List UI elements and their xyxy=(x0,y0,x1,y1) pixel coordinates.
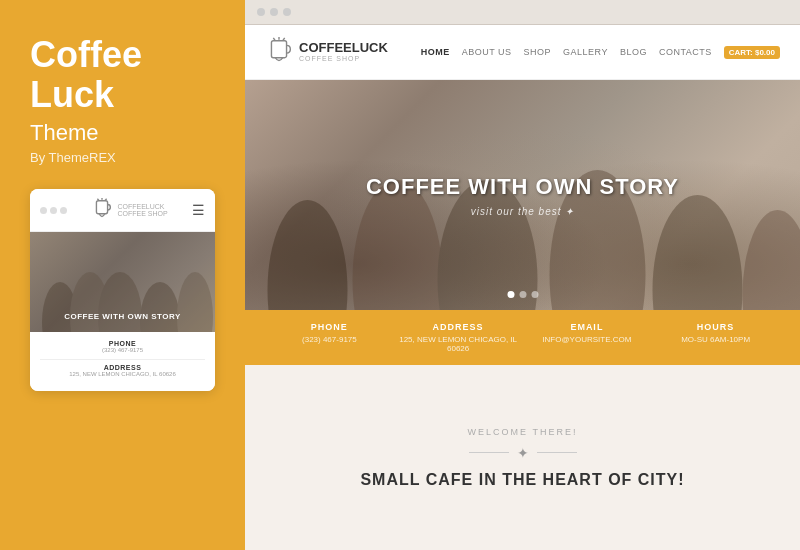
theme-title: Coffee Luck xyxy=(30,35,142,114)
mobile-dot-1 xyxy=(40,207,47,214)
hero-dots xyxy=(507,291,538,298)
hero-title: COFFEE WITH OWN STORY xyxy=(366,174,679,200)
svg-rect-9 xyxy=(271,41,286,58)
desktop-hero: COFFEE WITH OWN STORY visit our the best… xyxy=(245,80,800,310)
desktop-logo-icon xyxy=(265,35,293,69)
mobile-info-phone: PHONE (323) 467-9175 xyxy=(40,340,205,353)
mobile-top-bar: COFFEELUCK COFFEE SHOP ☰ xyxy=(30,189,215,232)
left-panel: Coffee Luck Theme By ThemeREX xyxy=(0,0,245,550)
theme-subtitle: Theme xyxy=(30,120,98,146)
browser-dot-2 xyxy=(270,8,278,16)
hero-content: COFFEE WITH OWN STORY visit our the best… xyxy=(366,174,679,217)
desktop-logo: COFFEELUCK COFFEE SHOP xyxy=(265,35,388,69)
svg-point-18 xyxy=(743,210,801,310)
nav-link-gallery[interactable]: GALLERY xyxy=(563,47,608,57)
svg-point-13 xyxy=(268,200,348,310)
divider-line-left xyxy=(469,452,509,453)
welcome-divider: ✦ xyxy=(469,445,577,461)
info-bar-email: EMAIL INFO@YOURSITE.COM xyxy=(523,322,652,353)
bottom-title: SMALL CAFE IN THE HEART OF CITY! xyxy=(360,471,684,489)
mobile-info-section: PHONE (323) 467-9175 ADDRESS 125, NEW LE… xyxy=(30,332,215,391)
nav-link-blog[interactable]: BLOG xyxy=(620,47,647,57)
info-bar-phone: PHONE (323) 467-9175 xyxy=(265,322,394,353)
bottom-content: WELCOME THERE! ✦ SMALL CAFE IN THE HEART… xyxy=(245,365,800,550)
info-bar: PHONE (323) 467-9175 ADDRESS 125, NEW LE… xyxy=(245,310,800,365)
hero-dot-1[interactable] xyxy=(507,291,514,298)
mobile-preview: COFFEELUCK COFFEE SHOP ☰ COFFEE WITH OWN… xyxy=(30,189,215,391)
title-line2: Luck xyxy=(30,74,114,115)
divider-icon: ✦ xyxy=(517,445,529,461)
mobile-traffic-lights xyxy=(40,207,67,214)
mobile-hamburger-icon[interactable]: ☰ xyxy=(192,202,205,218)
welcome-label: WELCOME THERE! xyxy=(468,427,578,437)
desktop-preview: COFFEELUCK COFFEE SHOP HOME ABOUT US SHO… xyxy=(245,25,800,550)
mobile-divider xyxy=(40,359,205,360)
svg-point-7 xyxy=(140,282,180,332)
desktop-logo-text: COFFEELUCK COFFEE SHOP xyxy=(299,41,388,63)
info-bar-address: ADDRESS 125, NEW LEMON CHICAGO, IL 60626 xyxy=(394,322,523,353)
desktop-nav-links: HOME ABOUT US SHOP GALLERY BLOG CONTACTS… xyxy=(421,46,780,59)
browser-chrome xyxy=(245,0,800,25)
divider-line-right xyxy=(537,452,577,453)
mobile-hero-text: COFFEE WITH OWN STORY xyxy=(64,312,181,322)
mobile-logo-icon xyxy=(91,197,113,223)
title-line1: Coffee xyxy=(30,34,142,75)
mobile-dot-3 xyxy=(60,207,67,214)
nav-link-about[interactable]: ABOUT US xyxy=(462,47,512,57)
mobile-hero: COFFEE WITH OWN STORY xyxy=(30,232,215,332)
hero-dot-2[interactable] xyxy=(519,291,526,298)
svg-rect-0 xyxy=(97,201,108,214)
theme-by: By ThemeREX xyxy=(30,150,116,165)
mobile-dot-2 xyxy=(50,207,57,214)
hero-dot-3[interactable] xyxy=(531,291,538,298)
nav-link-shop[interactable]: SHOP xyxy=(524,47,552,57)
mobile-logo-text: COFFEELUCK COFFEE SHOP xyxy=(117,203,167,218)
nav-link-contacts[interactable]: CONTACTS xyxy=(659,47,712,57)
info-bar-hours: HOURS MO-SU 6AM-10PM xyxy=(651,322,780,353)
mobile-logo: COFFEELUCK COFFEE SHOP xyxy=(91,197,167,223)
desktop-nav: COFFEELUCK COFFEE SHOP HOME ABOUT US SHO… xyxy=(245,25,800,80)
mobile-info-address: ADDRESS 125, NEW LEMON CHICAGO, IL 60626 xyxy=(40,364,205,377)
cart-badge[interactable]: CART: $0.00 xyxy=(724,46,780,59)
nav-link-home[interactable]: HOME xyxy=(421,47,450,57)
right-panel: COFFEELUCK COFFEE SHOP HOME ABOUT US SHO… xyxy=(245,0,800,550)
svg-point-6 xyxy=(98,272,142,332)
browser-dot-3 xyxy=(283,8,291,16)
browser-dot-1 xyxy=(257,8,265,16)
svg-point-8 xyxy=(177,272,213,332)
hero-subtitle: visit our the best ✦ xyxy=(366,206,679,217)
